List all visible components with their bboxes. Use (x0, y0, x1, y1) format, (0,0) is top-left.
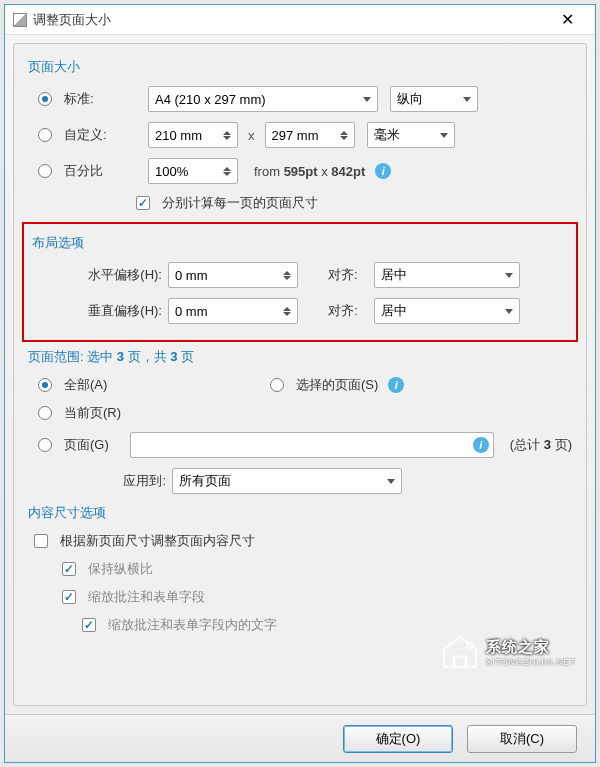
spinner-width-value: 210 mm (155, 128, 202, 143)
pages-total: (总计 3 页) (510, 436, 572, 454)
checkbox-keep-ratio[interactable] (62, 562, 76, 576)
times-symbol: x (248, 128, 255, 143)
radio-current-label: 当前页(R) (64, 404, 142, 422)
range-suffix: 页 (178, 349, 195, 364)
row-h-offset: 水平偏移(H): 0 mm 对齐: 居中 (32, 262, 568, 288)
align-h-label: 对齐: (328, 266, 368, 284)
app-icon (13, 13, 27, 27)
spinner-percent[interactable]: 100% (148, 158, 238, 184)
range-prefix: 页面范围: 选中 (28, 349, 117, 364)
radio-percent[interactable] (38, 164, 52, 178)
inner-panel: 页面大小 标准: A4 (210 x 297 mm) 纵向 自定义: 210 m… (13, 43, 587, 706)
align-v-label: 对齐: (328, 302, 368, 320)
spinner-arrows-icon (223, 131, 231, 140)
checkbox-scale-annot[interactable] (62, 590, 76, 604)
select-paper-size-value: A4 (210 x 297 mm) (155, 92, 266, 107)
ok-button[interactable]: 确定(O) (343, 725, 453, 753)
ok-button-label: 确定(O) (376, 730, 421, 748)
spinner-height[interactable]: 297 mm (265, 122, 355, 148)
row-custom: 自定义: 210 mm x 297 mm 毫米 (28, 122, 572, 148)
select-orientation-value: 纵向 (397, 90, 423, 108)
radio-pages[interactable] (38, 438, 52, 452)
watermark: 系统之家 XITONGZHIJIA.NET (440, 635, 576, 669)
row-range-all: 全部(A) 选择的页面(S) i (28, 376, 572, 394)
checkbox-resize-content-label: 根据新页面尺寸调整页面内容尺寸 (60, 532, 255, 550)
select-align-h-value: 居中 (381, 266, 407, 284)
titlebar: 调整页面大小 ✕ (5, 5, 595, 35)
select-orientation[interactable]: 纵向 (390, 86, 478, 112)
radio-percent-label: 百分比 (64, 162, 142, 180)
spinner-v-offset[interactable]: 0 mm (168, 298, 298, 324)
radio-pages-label: 页面(G) (64, 436, 124, 454)
spinner-percent-value: 100% (155, 164, 188, 179)
checkbox-calc-each[interactable] (136, 196, 150, 210)
spinner-arrows-icon (283, 271, 291, 280)
select-apply-to[interactable]: 所有页面 (172, 468, 402, 494)
info-icon[interactable]: i (388, 377, 404, 393)
radio-selected[interactable] (270, 378, 284, 392)
select-paper-size[interactable]: A4 (210 x 297 mm) (148, 86, 378, 112)
spinner-v-offset-value: 0 mm (175, 304, 208, 319)
cancel-button-label: 取消(C) (500, 730, 544, 748)
spinner-width[interactable]: 210 mm (148, 122, 238, 148)
checkbox-scale-text-label: 缩放批注和表单字段内的文字 (108, 616, 277, 634)
row-calc-each: 分别计算每一页的页面尺寸 (136, 194, 572, 212)
input-pages[interactable]: i (130, 432, 494, 458)
row-resize-content: 根据新页面尺寸调整页面内容尺寸 (34, 532, 572, 550)
close-button[interactable]: ✕ (547, 6, 587, 34)
watermark-text: 系统之家 XITONGZHIJIA.NET (486, 638, 576, 667)
cancel-button[interactable]: 取消(C) (467, 725, 577, 753)
section-page-range: 页面范围: 选中 3 页，共 3 页 (28, 348, 572, 366)
range-sel: 3 (117, 349, 124, 364)
watermark-logo-icon (440, 635, 480, 669)
svg-point-0 (467, 642, 473, 648)
spinner-arrows-icon (283, 307, 291, 316)
checkbox-calc-each-label: 分别计算每一页的页面尺寸 (162, 194, 318, 212)
row-scale-annot: 缩放批注和表单字段 (62, 588, 572, 606)
range-total: 3 (170, 349, 177, 364)
info-icon[interactable]: i (473, 437, 489, 453)
radio-current[interactable] (38, 406, 52, 420)
radio-custom[interactable] (38, 128, 52, 142)
caret-icon (387, 479, 395, 484)
row-scale-text: 缩放批注和表单字段内的文字 (82, 616, 572, 634)
radio-all[interactable] (38, 378, 52, 392)
row-percent: 百分比 100% from 595pt x 842pt i (28, 158, 572, 184)
select-unit-value: 毫米 (374, 126, 400, 144)
dialog-window: 调整页面大小 ✕ 页面大小 标准: A4 (210 x 297 mm) 纵向 (4, 4, 596, 763)
row-v-offset: 垂直偏移(H): 0 mm 对齐: 居中 (32, 298, 568, 324)
info-icon[interactable]: i (375, 163, 391, 179)
caret-icon (505, 273, 513, 278)
checkbox-resize-content[interactable] (34, 534, 48, 548)
total-prefix: (总计 (510, 437, 544, 452)
layout-highlight-box: 布局选项 水平偏移(H): 0 mm 对齐: 居中 垂直偏移(H): (22, 222, 578, 342)
section-content-size: 内容尺寸选项 (28, 504, 572, 522)
button-bar: 确定(O) 取消(C) (5, 714, 595, 762)
content-area: 页面大小 标准: A4 (210 x 297 mm) 纵向 自定义: 210 m… (5, 35, 595, 714)
caret-icon (363, 97, 371, 102)
spinner-arrows-icon (340, 131, 348, 140)
caret-icon (463, 97, 471, 102)
from-prefix: from (254, 164, 284, 179)
range-mid: 页，共 (124, 349, 170, 364)
window-title: 调整页面大小 (33, 11, 547, 29)
checkbox-keep-ratio-label: 保持纵横比 (88, 560, 153, 578)
select-align-v-value: 居中 (381, 302, 407, 320)
from-x: x (318, 164, 332, 179)
select-apply-to-value: 所有页面 (179, 472, 231, 490)
section-page-size: 页面大小 (28, 58, 572, 76)
total-suffix: 页) (551, 437, 572, 452)
select-unit[interactable]: 毫米 (367, 122, 455, 148)
spinner-h-offset[interactable]: 0 mm (168, 262, 298, 288)
select-align-v[interactable]: 居中 (374, 298, 520, 324)
select-align-h[interactable]: 居中 (374, 262, 520, 288)
from-width: 595pt (284, 164, 318, 179)
spinner-h-offset-value: 0 mm (175, 268, 208, 283)
checkbox-scale-text[interactable] (82, 618, 96, 632)
radio-custom-label: 自定义: (64, 126, 142, 144)
spinner-height-value: 297 mm (272, 128, 319, 143)
checkbox-scale-annot-label: 缩放批注和表单字段 (88, 588, 205, 606)
radio-standard-label: 标准: (64, 90, 142, 108)
radio-standard[interactable] (38, 92, 52, 106)
row-range-current: 当前页(R) (28, 404, 572, 422)
